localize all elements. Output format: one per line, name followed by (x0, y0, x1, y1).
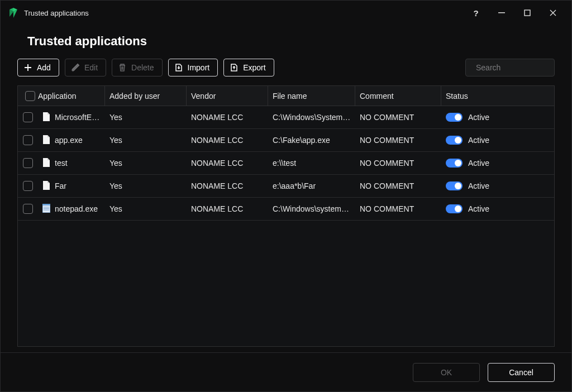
svg-rect-0 (498, 12, 505, 13)
cell-file-name: C:\Windows\System… (268, 113, 355, 122)
cell-vendor: NONAME LCC (187, 159, 268, 168)
cell-application: MicrosoftEdg… (55, 113, 101, 122)
search-input[interactable] (476, 63, 572, 72)
table-row[interactable]: testYesNONAME LCCe:\\testNO COMMENTActiv… (18, 152, 554, 175)
col-comment[interactable]: Comment (355, 86, 441, 106)
maximize-button[interactable] (514, 2, 540, 24)
col-status[interactable]: Status (441, 86, 554, 106)
help-button[interactable]: ? (463, 2, 489, 24)
cell-vendor: NONAME LCC (187, 204, 268, 213)
cell-added-by-user: Yes (105, 113, 187, 122)
cell-comment: NO COMMENT (355, 159, 441, 168)
table-row[interactable]: FarYesNONAME LCCe:\aaa*b\FarNO COMMENTAc… (18, 175, 554, 198)
add-button-label: Add (37, 63, 51, 72)
plus-icon (23, 63, 32, 72)
table-row[interactable]: app.exeYesNONAME LCCC:\Fake\app.exeNO CO… (18, 129, 554, 152)
col-added-by-user[interactable]: Added by user (105, 86, 187, 106)
select-all-checkbox[interactable] (25, 91, 35, 101)
file-icon (42, 158, 50, 169)
content-area: Trusted applications Add Edit Delete Imp… (1, 25, 571, 352)
table-row[interactable]: notepad.exeYesNONAME LCCC:\Windows\syste… (18, 198, 554, 221)
export-button[interactable]: Export (223, 59, 274, 77)
status-label: Active (468, 136, 489, 145)
status-toggle[interactable] (446, 204, 463, 213)
file-icon (42, 204, 50, 214)
row-checkbox[interactable] (23, 181, 33, 191)
toolbar: Add Edit Delete Import Export (17, 59, 555, 77)
app-logo-icon (8, 8, 18, 18)
file-icon (42, 135, 50, 146)
cell-application: app.exe (55, 136, 83, 145)
row-checkbox[interactable] (23, 135, 33, 145)
cell-vendor: NONAME LCC (187, 181, 268, 190)
pencil-icon (71, 63, 80, 72)
status-toggle[interactable] (446, 136, 463, 145)
search-box[interactable] (465, 59, 555, 77)
cell-file-name: e:\aaa*b\Far (268, 181, 355, 190)
footer: OK Cancel (1, 352, 571, 391)
import-button[interactable]: Import (168, 59, 218, 77)
row-checkbox[interactable] (23, 204, 33, 214)
import-icon (174, 63, 183, 72)
row-checkbox[interactable] (23, 158, 33, 168)
table-row[interactable]: MicrosoftEdg…YesNONAME LCCC:\Windows\Sys… (18, 106, 554, 129)
status-toggle[interactable] (446, 181, 463, 190)
window-title: Trusted applications (24, 9, 89, 17)
cell-comment: NO COMMENT (355, 136, 441, 145)
page-title: Trusted applications (27, 34, 555, 49)
cell-application: test (55, 159, 68, 168)
cell-added-by-user: Yes (105, 136, 187, 145)
table: Application Added by user Vendor File na… (17, 85, 555, 347)
minimize-button[interactable] (489, 2, 514, 24)
delete-button-label: Delete (131, 63, 154, 72)
close-button[interactable] (540, 2, 566, 24)
cell-added-by-user: Yes (105, 159, 187, 168)
cell-comment: NO COMMENT (355, 181, 441, 190)
edit-button-label: Edit (84, 63, 98, 72)
svg-rect-4 (42, 204, 50, 205)
status-label: Active (468, 181, 489, 190)
cell-file-name: C:\Windows\system… (268, 204, 355, 213)
export-icon (230, 63, 239, 72)
row-checkbox[interactable] (23, 112, 33, 122)
cell-file-name: C:\Fake\app.exe (268, 136, 355, 145)
trash-icon (118, 63, 127, 72)
add-button[interactable]: Add (17, 59, 59, 77)
svg-rect-1 (525, 10, 530, 16)
status-label: Active (468, 159, 489, 168)
delete-button: Delete (112, 59, 162, 77)
cell-file-name: e:\\test (268, 159, 355, 168)
status-toggle[interactable] (446, 159, 463, 168)
status-toggle[interactable] (446, 113, 463, 122)
cell-comment: NO COMMENT (355, 113, 441, 122)
status-label: Active (468, 113, 489, 122)
cancel-button[interactable]: Cancel (488, 363, 555, 382)
import-button-label: Import (188, 63, 210, 72)
cell-application: notepad.exe (55, 204, 98, 213)
status-label: Active (468, 204, 489, 213)
file-icon (42, 112, 50, 123)
col-application[interactable]: Application (38, 86, 105, 106)
file-icon (42, 181, 50, 192)
cell-added-by-user: Yes (105, 181, 187, 190)
edit-button: Edit (65, 59, 106, 77)
cell-comment: NO COMMENT (355, 204, 441, 213)
titlebar: Trusted applications ? (1, 1, 571, 25)
table-body: MicrosoftEdg…YesNONAME LCCC:\Windows\Sys… (18, 106, 554, 346)
ok-button: OK (413, 363, 480, 382)
window: Trusted applications ? Trusted applicati… (0, 0, 572, 392)
cell-added-by-user: Yes (105, 204, 187, 213)
cell-application: Far (55, 181, 66, 190)
cell-vendor: NONAME LCC (187, 136, 268, 145)
col-file-name[interactable]: File name (268, 86, 355, 106)
cell-vendor: NONAME LCC (187, 113, 268, 122)
export-button-label: Export (243, 63, 265, 72)
col-vendor[interactable]: Vendor (187, 86, 268, 106)
table-header: Application Added by user Vendor File na… (18, 86, 554, 106)
